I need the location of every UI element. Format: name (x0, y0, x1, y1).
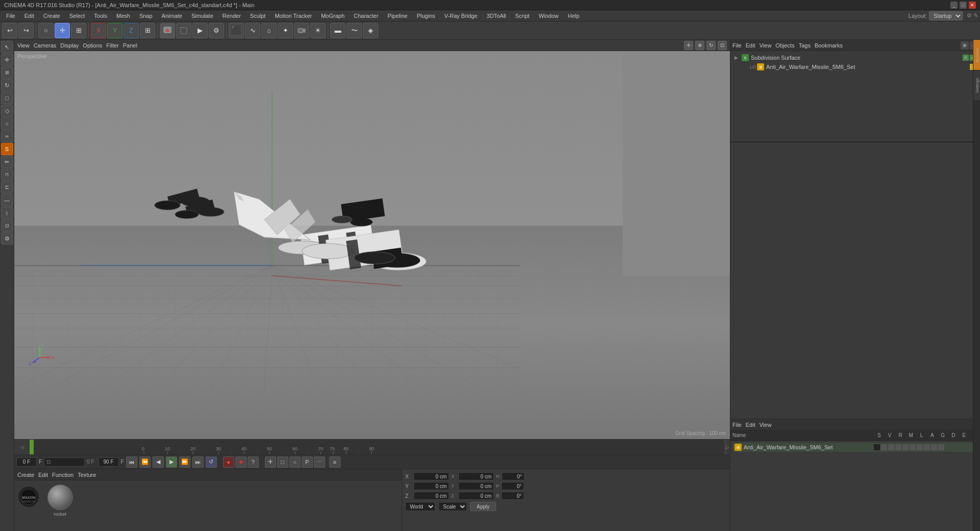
end-frame-input[interactable] (99, 457, 119, 467)
scale-button[interactable]: ⊞ (71, 23, 86, 38)
render-to-picture-button[interactable] (160, 23, 175, 38)
bridge-tool[interactable]: ⊏ (1, 181, 13, 194)
y-size-input[interactable] (458, 482, 494, 490)
layout-dropdown[interactable]: Startup (929, 11, 963, 20)
timeline-end-controls[interactable]: ▷ (725, 440, 730, 454)
flag-s[interactable] (874, 444, 880, 450)
menu-mograph[interactable]: MoGraph (317, 12, 349, 20)
circle-keyframe-button[interactable]: ○ (289, 456, 301, 468)
obj-flag-v[interactable]: ✓ (963, 55, 969, 61)
edge-cut-tool[interactable]: ⊓ (1, 168, 13, 181)
flag-d[interactable] (924, 444, 930, 450)
edge-tab-settings[interactable]: Settings (973, 70, 980, 101)
flag-g[interactable] (917, 444, 923, 450)
vp-options-menu[interactable]: Options (83, 42, 102, 49)
step-back-button[interactable]: ⏪ (139, 456, 151, 468)
material-create-menu[interactable]: Create (17, 472, 34, 478)
menu-mesh[interactable]: Mesh (112, 12, 134, 20)
step-forward-button[interactable]: ⏩ (179, 456, 190, 468)
vp-cameras-menu[interactable]: Cameras (34, 42, 57, 49)
menu-snap[interactable]: Snap (135, 12, 157, 20)
flag-l[interactable] (902, 444, 909, 450)
edge-tab-browser[interactable]: Browser (973, 40, 980, 70)
timeline-start[interactable] (30, 440, 34, 454)
menu-edit[interactable]: Edit (20, 12, 38, 20)
live-select-button[interactable]: ○ (38, 23, 54, 38)
z-axis-button[interactable]: Z (124, 23, 139, 38)
lower-om-file[interactable]: File (732, 422, 742, 428)
scene-objects-button[interactable]: ✦ (278, 23, 293, 38)
add-keyframe-button[interactable]: ✛ (265, 456, 276, 468)
box-select-tool[interactable]: □ (1, 92, 13, 104)
loop-button[interactable]: ↺ (206, 456, 217, 468)
nurbs-button[interactable]: ∿ (245, 23, 260, 38)
redo-button[interactable]: ↪ (18, 23, 34, 38)
apply-button[interactable]: Apply (470, 502, 496, 511)
menu-script[interactable]: Script (511, 12, 533, 20)
active-tool[interactable]: S (1, 143, 13, 155)
record-button[interactable]: ● (223, 456, 234, 468)
vp-display-menu[interactable]: Display (60, 42, 79, 49)
free-select-tool[interactable]: ○ (1, 117, 13, 130)
menu-pipeline[interactable]: Pipeline (383, 12, 411, 20)
play-back-button[interactable]: ◀ (153, 456, 164, 468)
timeline-toggle-button[interactable]: ≡ (329, 456, 340, 468)
menu-animate[interactable]: Animate (158, 12, 186, 20)
motion-path-button[interactable]: ? (248, 456, 259, 468)
vp-panel-menu[interactable]: Panel (123, 42, 137, 49)
material-preview-rocket[interactable] (47, 485, 73, 510)
x-size-input[interactable] (458, 472, 494, 480)
menu-plugins[interactable]: Plugins (412, 12, 439, 20)
om-icon-1[interactable]: ⊕ (961, 41, 969, 50)
go-start-button[interactable]: ⏮ (126, 456, 137, 468)
lower-tree-item-missile[interactable]: ⊞ Anti_Air_Warfare_Missile_SM6_Set (732, 443, 978, 452)
menu-character[interactable]: Character (350, 12, 382, 20)
material-function-menu[interactable]: Function (52, 472, 74, 478)
current-frame-input[interactable] (16, 457, 37, 467)
menu-3dtoall[interactable]: 3DToAll (482, 12, 510, 20)
settings-tool[interactable]: ⚙ (1, 232, 13, 245)
square-keyframe-button[interactable]: □ (277, 456, 288, 468)
go-end-button[interactable]: ⏭ (192, 456, 204, 468)
undo-button[interactable]: ↩ (2, 23, 17, 38)
material-slot-rocket[interactable]: rocket (46, 485, 74, 517)
minimize-button[interactable]: _ (950, 2, 958, 9)
vp-rotate-btn[interactable]: ↻ (706, 41, 716, 50)
menu-select[interactable]: Select (65, 12, 89, 20)
close-button[interactable]: ✕ (969, 2, 976, 9)
y-position-input[interactable] (413, 482, 449, 490)
x-axis-button[interactable]: X (91, 23, 106, 38)
loop-select-tool[interactable]: ∞ (1, 130, 13, 142)
render-region-button[interactable] (176, 23, 191, 38)
om-objects-menu[interactable]: Objects (775, 42, 794, 49)
material-edit-menu[interactable]: Edit (38, 472, 48, 478)
x-position-input[interactable] (413, 472, 449, 480)
menu-tools[interactable]: Tools (90, 12, 111, 20)
flag-x[interactable] (938, 444, 944, 450)
paint-select-tool[interactable]: ✏ (1, 156, 13, 168)
om-file-menu[interactable]: File (732, 42, 742, 49)
tree-item-missile[interactable]: LO ⊞ Anti_Air_Warfare_Missile_SM6_Set (732, 62, 978, 71)
timeline-ruler[interactable]: ◁ 0 10 20 30 40 (14, 440, 730, 455)
floor-button[interactable]: ▬ (330, 23, 346, 38)
scale-tool-side[interactable]: ⊞ (1, 66, 13, 79)
y-axis-button[interactable]: Y (107, 23, 122, 38)
flag-e[interactable] (931, 444, 937, 450)
flag-r[interactable] (888, 444, 894, 450)
viewport-3d[interactable]: X Y Z Perspective Grid Spacing : 100 cm (14, 51, 730, 439)
om-tags-menu[interactable]: Tags (799, 42, 811, 49)
z-position-input[interactable] (413, 492, 449, 500)
tree-item-subdivision[interactable]: ▶ S Subdivision Surface ✓ ✓ (732, 53, 978, 62)
spline-button[interactable]: 〜 (347, 23, 362, 38)
menu-help[interactable]: Help (564, 12, 584, 20)
menu-sculpt[interactable]: Sculpt (246, 12, 270, 20)
menu-window[interactable]: Window (534, 12, 562, 20)
flag-m[interactable] (895, 444, 901, 450)
b-rot-input[interactable] (501, 492, 524, 500)
poly-select-tool[interactable]: ◇ (1, 105, 13, 117)
vp-maximize-btn[interactable]: ⊡ (718, 41, 727, 50)
timeline-expand[interactable]: ◁ (14, 440, 30, 454)
camera-create-button[interactable] (294, 23, 309, 38)
flag-v[interactable] (881, 444, 887, 450)
material-button[interactable]: ◈ (363, 23, 378, 38)
